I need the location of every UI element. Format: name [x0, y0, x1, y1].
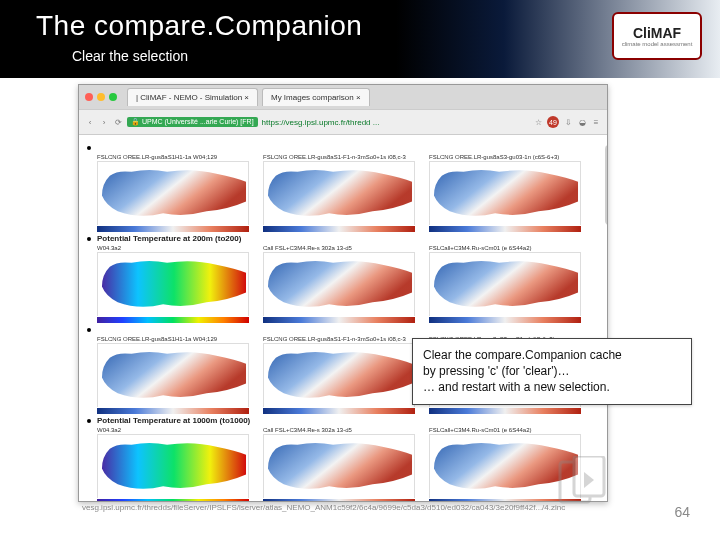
callout-line: Clear the compare.Companion cache: [423, 347, 681, 363]
plot-card[interactable]: FSLCNG OREE.LR-gus8aS1-F1-n-3mSo0+1s i08…: [263, 154, 415, 232]
window-controls[interactable]: [85, 93, 117, 101]
callout-box: Clear the compare.Companion cache by pre…: [412, 338, 692, 405]
colorbar: [429, 408, 581, 414]
back-icon[interactable]: ‹: [85, 118, 95, 127]
colorbar: [263, 408, 415, 414]
user-icon[interactable]: ◒: [577, 118, 587, 127]
map-plot: [429, 161, 581, 225]
lock-icon: 🔒 UPMC (Université ...arie Curie) [FR]: [127, 117, 258, 127]
plot-card[interactable]: W04.3a2: [97, 245, 249, 323]
plot-title: FSLCall+C3M4.Ru-sCm01 (e 6S44a2): [429, 427, 581, 433]
section-header: Potential Temperature at 200m (to200): [87, 234, 597, 243]
plot-title: FSLCNG OREE.LR-gus8aS1-F1-n-3mSo0+1s i08…: [263, 154, 415, 160]
colorbar: [429, 226, 581, 232]
colorbar: [263, 499, 415, 502]
section-header: [87, 325, 597, 334]
browser-tab[interactable]: | CliMAF - NEMO - Simulation ×: [127, 88, 258, 106]
forward-icon[interactable]: ›: [99, 118, 109, 127]
climaf-logo: CliMAF climate model assessment: [612, 12, 702, 60]
plot-title: FSLCNG OREE.LR-gus8aS3-gu03-1n (c6S-6+3): [429, 154, 581, 160]
section-header: Potential Temperature at 1000m (to1000): [87, 416, 597, 425]
logo-text: CliMAF: [633, 25, 681, 41]
browser-window: | CliMAF - NEMO - Simulation × My Images…: [78, 84, 608, 502]
page-number: 64: [674, 504, 690, 520]
menu-icon[interactable]: ≡: [591, 118, 601, 127]
colorbar: [97, 408, 249, 414]
map-plot: [263, 434, 415, 498]
address-bar: ‹ › ⟳ 🔒 UPMC (Université ...arie Curie) …: [79, 109, 607, 135]
logo-tagline: climate model assessment: [622, 41, 693, 47]
map-plot: [97, 252, 249, 316]
map-plot: [263, 252, 415, 316]
colorbar: [429, 317, 581, 323]
extension-badge[interactable]: 49: [547, 116, 559, 128]
colorbar: [263, 226, 415, 232]
close-icon[interactable]: [85, 93, 93, 101]
plot-card[interactable]: FSLCNG OREE.LR-gus8aS3-gu03-1n (c6S-6+3): [429, 154, 581, 232]
map-plot: [97, 434, 249, 498]
slide-header: The compare.Companion Clear the selectio…: [0, 0, 720, 78]
map-plot: [263, 161, 415, 225]
callout-line: … and restart with a new selection.: [423, 379, 681, 395]
plot-card[interactable]: Call FSL+C3M4.Re-s 302a 13-d5: [263, 245, 415, 323]
colorbar: [97, 226, 249, 232]
plot-row: W04.3a2Call FSL+C3M4.Re-s 302a 13-d5FSLC…: [97, 427, 597, 502]
plot-title: FSLCNG OREE.LR-gus8aS1H1-1a W04;129: [97, 336, 249, 342]
section-header: [87, 143, 597, 152]
plot-title: Call FSL+C3M4.Re-s 302a 13-d5: [263, 427, 415, 433]
plot-card[interactable]: FSLCNG OREE.LR-gus8aS1H1-1a W04;129: [97, 336, 249, 414]
plot-card[interactable]: FSLCNG OREE.LR-gus8aS1H1-1a W04;129: [97, 154, 249, 232]
footer-url: vesg.ipsl.upmc.fr/thredds/fileServer/IPS…: [82, 503, 602, 512]
colorbar: [263, 317, 415, 323]
plot-row: W04.3a2Call FSL+C3M4.Re-s 302a 13-d5FSLC…: [97, 245, 597, 323]
map-plot: [429, 252, 581, 316]
map-plot: [97, 343, 249, 407]
star-icon[interactable]: ☆: [533, 118, 543, 127]
reload-icon[interactable]: ⟳: [113, 118, 123, 127]
scrollbar[interactable]: [605, 145, 608, 225]
page-content: FSLCNG OREE.LR-gus8aS1H1-1a W04;129FSLCN…: [79, 135, 607, 502]
callout-line: by pressing 'c' (for 'clear')…: [423, 363, 681, 379]
map-plot: [97, 161, 249, 225]
minimize-icon[interactable]: [97, 93, 105, 101]
plot-title: Call FSL+C3M4.Re-s 302a 13-d5: [263, 245, 415, 251]
plot-row: FSLCNG OREE.LR-gus8aS1H1-1a W04;129FSLCN…: [97, 154, 597, 232]
map-plot: [263, 343, 415, 407]
plot-title: FSLCall+C3M4.Ru-sCm01 (e 6S44a2): [429, 245, 581, 251]
colorbar: [97, 499, 249, 502]
plot-title: W04.3a2: [97, 245, 249, 251]
plot-card[interactable]: FSLCall+C3M4.Ru-sCm01 (e 6S44a2): [429, 245, 581, 323]
download-icon[interactable]: ⇩: [563, 118, 573, 127]
colorbar: [97, 317, 249, 323]
plot-title: W04.3a2: [97, 427, 249, 433]
plot-card[interactable]: FSLCNG OREE.LR-gus8aS1-F1-n-3mSo0+1s i08…: [263, 336, 415, 414]
plot-title: FSLCNG OREE.LR-gus8aS1-F1-n-3mSo0+1s i08…: [263, 336, 415, 342]
maximize-icon[interactable]: [109, 93, 117, 101]
browser-tab[interactable]: My Images comparison ×: [262, 88, 370, 106]
plot-title: FSLCNG OREE.LR-gus8aS1H1-1a W04;129: [97, 154, 249, 160]
url-text[interactable]: https://vesg.ipsl.upmc.fr/thredd ...: [262, 118, 529, 127]
plot-card[interactable]: W04.3a2: [97, 427, 249, 502]
plot-card[interactable]: Call FSL+C3M4.Re-s 302a 13-d5: [263, 427, 415, 502]
browser-tabbar: | CliMAF - NEMO - Simulation × My Images…: [79, 85, 607, 109]
